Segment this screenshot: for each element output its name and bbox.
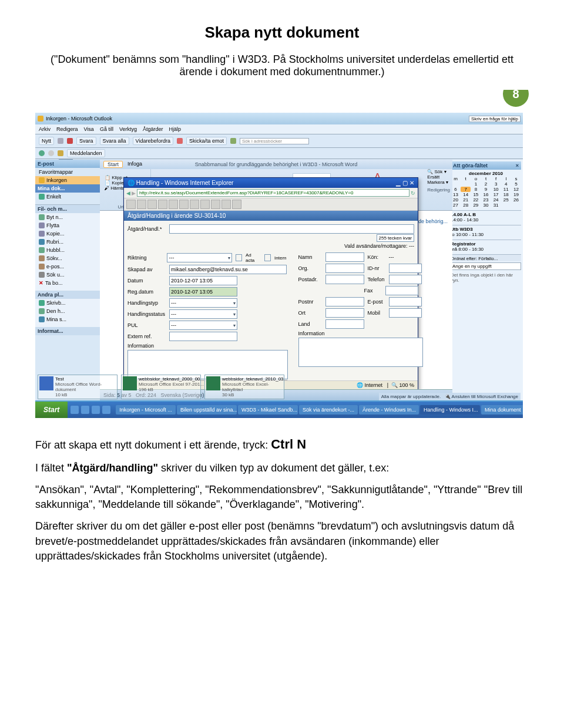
svara-alla-button[interactable]: Svara alla bbox=[100, 137, 129, 145]
sok-button[interactable]: 🔍 Sök ▾ bbox=[427, 169, 450, 174]
menu-arkiv[interactable]: Arkiv bbox=[39, 126, 51, 132]
desktop-file[interactable]: webbsidor_teknavd_2010_03...Microsoft Of… bbox=[204, 375, 284, 399]
list-item[interactable]: Sökv... bbox=[35, 254, 100, 262]
appointment[interactable]: Registrator må 8:00 - 16:30 bbox=[451, 240, 521, 252]
list-item[interactable]: Kopie... bbox=[35, 230, 100, 238]
fax-input[interactable] bbox=[385, 286, 418, 295]
close-icon[interactable]: × bbox=[516, 163, 519, 168]
adacta-checkbox[interactable] bbox=[236, 254, 242, 261]
ort-input[interactable] bbox=[325, 308, 364, 318]
list-item[interactable]: ✕Ta bo... bbox=[35, 279, 100, 287]
telefon-input[interactable] bbox=[389, 275, 422, 284]
flag-icon[interactable] bbox=[177, 138, 183, 144]
svara-button[interactable]: Svara bbox=[76, 137, 96, 145]
list-item[interactable]: Skrivb... bbox=[35, 299, 100, 307]
list-item[interactable]: e-pos... bbox=[35, 262, 100, 271]
fwd-icon[interactable]: ▶ bbox=[132, 190, 136, 196]
pul-select[interactable]: --- bbox=[169, 321, 237, 330]
skicka-ta-emot-button[interactable]: Skicka/ta emot bbox=[186, 137, 227, 145]
mobil-input[interactable] bbox=[389, 308, 422, 318]
handlingsstatus-select[interactable]: --- bbox=[169, 309, 237, 319]
postadr-input[interactable] bbox=[325, 275, 364, 284]
list-item[interactable]: Flytta bbox=[35, 221, 100, 230]
nav-inkorgen[interactable]: Inkorgen bbox=[35, 176, 100, 184]
intern-checkbox[interactable] bbox=[264, 254, 271, 261]
tb-icon[interactable] bbox=[126, 200, 136, 209]
taskbar-item[interactable]: W3D3 - Mikael Sandb... bbox=[238, 405, 298, 414]
namn-input[interactable] bbox=[325, 252, 364, 262]
menu-redigera[interactable]: Redigera bbox=[56, 126, 78, 132]
list-item[interactable]: Hubbl... bbox=[35, 246, 100, 254]
zoom-text[interactable]: 100 % bbox=[399, 382, 414, 388]
appointment[interactable]: 14.00 A-L B 14:00 - 14:30 bbox=[451, 210, 521, 223]
outlook-menubar[interactable]: Arkiv Redigera Visa Gå till Verktyg Åtgä… bbox=[35, 124, 523, 134]
markera-button[interactable]: Markera ▾ bbox=[427, 180, 450, 185]
menu-gatill[interactable]: Gå till bbox=[100, 126, 113, 132]
tab-infoga[interactable]: Infoga bbox=[127, 161, 142, 168]
ordnat-header[interactable]: Ordnat efter: Förfallo... bbox=[451, 254, 521, 261]
nav-mina-dok[interactable]: Mina dok... bbox=[35, 184, 100, 193]
tab-start[interactable]: Start bbox=[103, 161, 123, 168]
back-icon[interactable] bbox=[39, 150, 45, 156]
taskbar-item[interactable]: Sök via ärendekort -... bbox=[299, 405, 358, 414]
taskbar-item[interactable]: Bilen uppställd av sina... bbox=[177, 405, 237, 414]
menu-atgarder[interactable]: Åtgärder bbox=[143, 126, 163, 132]
address-search[interactable]: Sök i adressböcker bbox=[240, 138, 309, 144]
menu-hjalp[interactable]: Hjälp bbox=[169, 126, 181, 132]
menu-verktyg[interactable]: Verktyg bbox=[119, 126, 137, 132]
help-search[interactable]: Skriv en fråga för hjälp bbox=[469, 116, 521, 122]
riktning-select[interactable]: --- bbox=[167, 253, 231, 262]
taskbar-item[interactable]: Inkorgen - Microsoft ... bbox=[116, 405, 176, 414]
desktop-file[interactable]: TestMicrosoft Office Word-dokument10 kB bbox=[38, 375, 118, 399]
skapad-input[interactable]: mikael.sandberg@teknavd.su.se bbox=[169, 265, 287, 274]
idnr-input[interactable] bbox=[389, 264, 422, 273]
list-item[interactable]: Rubri... bbox=[35, 238, 100, 246]
tb-icon[interactable] bbox=[232, 200, 241, 209]
land-input[interactable] bbox=[325, 319, 364, 329]
list-item[interactable]: Sök u... bbox=[35, 271, 100, 279]
tb-icon[interactable] bbox=[169, 200, 178, 209]
tb-icon[interactable] bbox=[200, 200, 210, 209]
ql-icon[interactable] bbox=[81, 406, 89, 414]
print-icon[interactable] bbox=[58, 138, 63, 144]
taskbar-item[interactable]: Mina dokument bbox=[481, 405, 523, 414]
refresh-icon[interactable]: ↻ bbox=[411, 190, 415, 196]
tb-icon[interactable] bbox=[179, 200, 189, 209]
extern-ref-input[interactable] bbox=[169, 332, 237, 341]
calendar[interactable]: december 2010 mtotfls 12345 6789101112 1… bbox=[451, 171, 521, 208]
desktop-file[interactable]: webbsidor_teknavd_2000_00...Microsoft Of… bbox=[121, 375, 201, 399]
url-input[interactable]: http://rekv.it.su.se/asp/DocumentExtende… bbox=[137, 189, 409, 197]
delete-icon[interactable] bbox=[67, 138, 73, 144]
ersatt-button[interactable]: Ersätt bbox=[427, 174, 450, 180]
tb-icon[interactable] bbox=[221, 200, 231, 209]
nytt-button[interactable]: Nytt bbox=[39, 137, 54, 145]
regdatum-input[interactable]: 2010-12-07 13:05 bbox=[169, 287, 237, 296]
list-item[interactable]: Den h... bbox=[35, 307, 100, 315]
addressbook-icon[interactable] bbox=[230, 138, 236, 144]
back-icon[interactable]: ◀ bbox=[126, 190, 130, 196]
tb-icon[interactable] bbox=[211, 200, 220, 209]
postnr-input[interactable] bbox=[325, 297, 364, 306]
epost-input[interactable] bbox=[389, 297, 422, 306]
start-button[interactable]: Start bbox=[35, 402, 68, 418]
ql-icon[interactable] bbox=[70, 406, 79, 414]
menu-visa[interactable]: Visa bbox=[84, 126, 94, 132]
list-item[interactable]: Mina s... bbox=[35, 315, 100, 323]
ql-icon[interactable] bbox=[92, 406, 100, 414]
new-task-input[interactable]: Ange en ny uppgift bbox=[451, 262, 521, 270]
meddelanden-button[interactable]: Meddelanden bbox=[67, 149, 105, 157]
window-controls[interactable]: ▁ ▢ ✕ bbox=[396, 180, 414, 186]
ql-icon[interactable] bbox=[102, 406, 110, 414]
appointment[interactable]: Utb W3D3 to 10:00 - 11:30 bbox=[451, 225, 521, 237]
tb-icon[interactable] bbox=[158, 200, 167, 209]
info-textarea-right[interactable] bbox=[298, 338, 423, 367]
nav-enkelt[interactable]: Enkelt bbox=[35, 193, 100, 201]
handlingstyp-select[interactable]: --- bbox=[169, 298, 237, 308]
org-input[interactable] bbox=[325, 264, 364, 273]
nav-favoritmappar[interactable]: Favoritmappar bbox=[35, 168, 100, 176]
fwd-icon[interactable] bbox=[48, 150, 54, 156]
datum-input[interactable]: 2010-12-07 13:05 bbox=[169, 276, 237, 285]
tb-icon[interactable] bbox=[147, 200, 157, 209]
tb-icon[interactable] bbox=[137, 200, 146, 209]
tb-icon[interactable] bbox=[190, 200, 199, 209]
